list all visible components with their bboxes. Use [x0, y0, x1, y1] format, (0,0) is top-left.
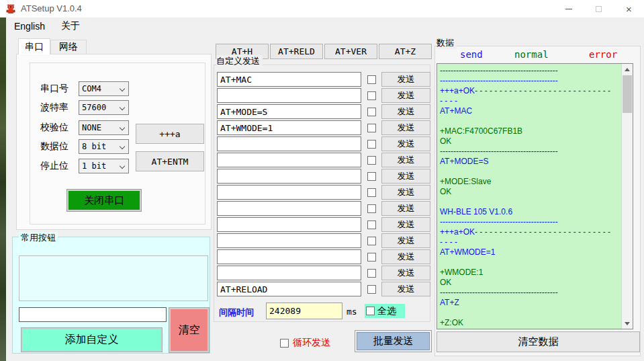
quick-command-button-at-ver[interactable]: AT+VER [324, 44, 377, 59]
scroll-up-icon [625, 68, 630, 71]
send-button-12[interactable]: 发送 [381, 249, 430, 264]
parity-select[interactable]: NONE [79, 120, 129, 135]
common-command-input[interactable] [19, 307, 167, 322]
plus-a-button[interactable]: +++a [136, 124, 204, 144]
clear-data-button[interactable]: 清空数据 [436, 331, 640, 352]
legend-send: send [460, 49, 483, 60]
custom-row-checkbox-8[interactable] [367, 188, 376, 197]
parity-label: 校验位 [40, 122, 79, 134]
log-line [440, 257, 620, 268]
maximize-button[interactable] [584, 0, 614, 17]
desktop-wallpaper-strip [0, 17, 6, 361]
custom-row-checkbox-2[interactable] [367, 91, 376, 100]
custom-command-input-4[interactable] [217, 120, 361, 135]
send-button-10[interactable]: 发送 [381, 217, 430, 232]
custom-command-input-1[interactable] [217, 72, 361, 87]
minimize-button[interactable] [553, 0, 584, 17]
send-button-11[interactable]: 发送 [381, 233, 430, 248]
window-title: ATSetup V1.0.4 [21, 3, 82, 13]
log-line [440, 308, 620, 318]
custom-send-row: 发送 [217, 168, 430, 184]
custom-row-checkbox-12[interactable] [367, 253, 376, 262]
custom-command-input-6[interactable] [217, 153, 361, 167]
maximize-icon [596, 6, 602, 12]
menu-item-about[interactable]: 关于 [53, 17, 88, 34]
databits-select[interactable]: 8 bit [79, 139, 129, 154]
custom-send-row: 发送 [217, 71, 430, 87]
send-button-1[interactable]: 发送 [381, 72, 430, 87]
at-entm-button[interactable]: AT+ENTM [136, 151, 204, 171]
chevron-down-icon [120, 86, 125, 91]
log-line: OK [440, 278, 620, 288]
custom-row-checkbox-14[interactable] [367, 285, 376, 294]
custom-command-input-12[interactable] [217, 249, 361, 264]
send-button-8[interactable]: 发送 [381, 185, 430, 200]
stopbits-label: 停止位 [40, 160, 79, 172]
tab-serial[interactable]: 串口 [18, 38, 50, 54]
custom-command-input-2[interactable] [217, 88, 361, 103]
close-button[interactable]: × [614, 0, 644, 17]
parity-value: NONE [82, 123, 101, 132]
baudrate-label: 波特率 [40, 102, 79, 114]
baudrate-select[interactable]: 57600 [79, 100, 129, 115]
title-bar: ATSetup V1.0.4 × [0, 0, 644, 17]
common-buttons-list[interactable] [19, 255, 208, 301]
batch-send-button[interactable]: 批量发送 [357, 332, 430, 350]
send-button-4[interactable]: 发送 [381, 120, 430, 135]
add-custom-button[interactable]: 添加自定义 [21, 328, 162, 352]
send-button-7[interactable]: 发送 [381, 169, 430, 184]
close-serial-port-button[interactable]: 关闭串口 [67, 190, 141, 211]
log-line: +MODE:Slave [440, 177, 620, 187]
tab-network[interactable]: 网络 [50, 40, 87, 54]
loop-send-checkbox[interactable] [280, 339, 289, 348]
port-select[interactable]: COM4 [79, 81, 129, 96]
send-button-6[interactable]: 发送 [381, 153, 430, 167]
custom-command-input-7[interactable] [217, 169, 361, 184]
stopbits-value: 1 bit [82, 161, 106, 171]
send-button-13[interactable]: 发送 [381, 266, 430, 280]
custom-row-checkbox-6[interactable] [367, 156, 376, 165]
data-title: 数据 [436, 37, 457, 49]
custom-row-checkbox-5[interactable] [367, 140, 376, 149]
custom-row-checkbox-11[interactable] [367, 237, 376, 245]
custom-row-checkbox-9[interactable] [367, 204, 376, 213]
custom-command-input-9[interactable] [217, 201, 361, 216]
send-button-14[interactable]: 发送 [381, 282, 430, 296]
quick-command-button-at-reld[interactable]: AT+RELD [270, 44, 323, 59]
custom-command-input-5[interactable] [217, 136, 361, 151]
menu-item-english[interactable]: English [6, 17, 53, 34]
custom-row-checkbox-13[interactable] [367, 269, 376, 278]
loop-send-label: 循环发送 [293, 337, 330, 349]
log-line: - - - - [440, 237, 620, 247]
custom-row-checkbox-1[interactable] [367, 75, 376, 84]
log-line: +++a+OK- - - - - - - - - - - - - - - - -… [440, 227, 620, 237]
quick-command-button-at-z[interactable]: AT+Z [379, 44, 432, 59]
atsetup-window: ATSetup V1.0.4 × English 关于 串口 网络 串口号COM… [0, 0, 644, 361]
stopbits-select[interactable]: 1 bit [79, 159, 129, 173]
custom-row-checkbox-4[interactable] [367, 124, 376, 132]
send-button-5[interactable]: 发送 [381, 136, 430, 151]
log-line: +Z:OK [440, 318, 620, 328]
log-scrollbar[interactable] [621, 64, 633, 329]
select-all-checkbox[interactable] [366, 307, 375, 315]
scrollbar-thumb[interactable] [623, 75, 632, 113]
databits-value: 8 bit [82, 142, 106, 151]
custom-row-checkbox-3[interactable] [367, 108, 376, 116]
send-button-3[interactable]: 发送 [381, 104, 430, 119]
custom-command-input-11[interactable] [217, 233, 361, 248]
scroll-down-button[interactable] [622, 318, 633, 329]
custom-row-checkbox-10[interactable] [367, 220, 376, 229]
custom-command-input-8[interactable] [217, 185, 361, 200]
custom-row-checkbox-7[interactable] [367, 172, 376, 181]
menu-bar: English 关于 [6, 17, 644, 34]
clear-button[interactable]: 清空 [169, 308, 209, 352]
data-log-area[interactable]: ----------------------------------------… [436, 63, 633, 329]
custom-command-input-10[interactable] [217, 217, 361, 232]
custom-command-input-13[interactable] [217, 266, 361, 280]
send-button-2[interactable]: 发送 [381, 88, 430, 103]
send-button-9[interactable]: 发送 [381, 201, 430, 216]
custom-command-input-14[interactable] [217, 282, 361, 296]
scroll-up-button[interactable] [622, 64, 633, 75]
custom-command-input-3[interactable] [217, 104, 361, 119]
interval-input[interactable] [266, 303, 342, 319]
